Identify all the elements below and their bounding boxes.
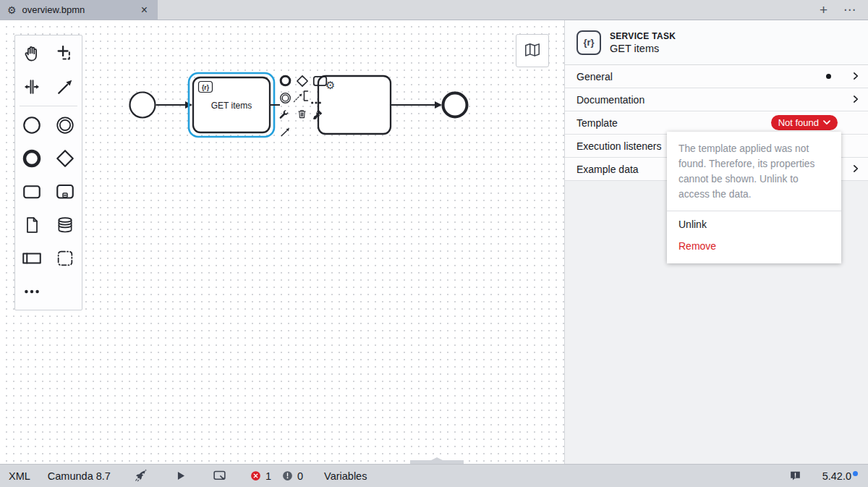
create-data-object-icon[interactable] bbox=[15, 208, 48, 242]
feedback-chat-icon[interactable] bbox=[780, 469, 811, 483]
open-in-play-icon[interactable] bbox=[203, 468, 236, 483]
space-tool-icon[interactable] bbox=[15, 70, 48, 103]
more-options-icon[interactable] bbox=[310, 95, 322, 108]
xml-toggle-button[interactable]: XML bbox=[0, 470, 39, 482]
error-count-value: 1 bbox=[265, 470, 271, 482]
start-instance-play-icon[interactable] bbox=[165, 469, 196, 483]
create-group-icon[interactable] bbox=[48, 242, 82, 275]
create-subprocess-icon[interactable] bbox=[48, 175, 82, 208]
error-count[interactable]: 1 bbox=[244, 470, 276, 482]
service-task-get-items[interactable]: {r} GET items bbox=[193, 77, 270, 132]
chevron-right-icon bbox=[853, 71, 859, 82]
warning-count-value: 0 bbox=[297, 470, 303, 482]
version-indicator[interactable]: 5.42.0 bbox=[811, 470, 868, 482]
section-label: General bbox=[576, 71, 826, 82]
element-name-label: GET items bbox=[610, 43, 676, 54]
trash-icon[interactable] bbox=[296, 107, 308, 124]
engine-version-button[interactable]: Camunda 8.7 bbox=[39, 470, 119, 482]
minimap-toggle-button[interactable] bbox=[516, 34, 549, 67]
warning-icon bbox=[281, 470, 294, 482]
sequence-flow-1[interactable] bbox=[156, 101, 193, 109]
tab-overview-bpmn[interactable]: ⚙ overview.bpmn × bbox=[0, 0, 158, 20]
edited-dot-indicator bbox=[826, 74, 831, 79]
create-intermediate-event-icon[interactable] bbox=[48, 109, 82, 142]
app-window: ⚙ overview.bpmn × + ⋯ {r} bbox=[0, 0, 868, 487]
palette-more-icon[interactable] bbox=[15, 275, 48, 308]
wrench-icon[interactable] bbox=[278, 109, 290, 124]
status-bar: XML Camunda 8.7 1 0 Variables 5.42.0 bbox=[0, 464, 868, 487]
sequence-flow-3[interactable] bbox=[391, 101, 442, 109]
create-data-store-icon[interactable] bbox=[48, 208, 82, 242]
create-gateway-icon[interactable] bbox=[48, 142, 82, 175]
context-pad: ⚙ bbox=[277, 74, 342, 143]
element-type-label: SERVICE TASK bbox=[610, 31, 676, 41]
tab-bar-actions: + ⋯ bbox=[820, 0, 868, 20]
create-task-icon[interactable] bbox=[15, 175, 48, 208]
global-connect-tool-icon[interactable] bbox=[48, 70, 82, 103]
tab-bar: ⚙ overview.bpmn × + ⋯ bbox=[0, 0, 868, 20]
template-not-found-badge[interactable]: Not found bbox=[771, 115, 838, 130]
section-documentation[interactable]: Documentation bbox=[565, 88, 868, 111]
create-end-event-icon[interactable] bbox=[15, 142, 48, 175]
new-tab-button[interactable]: + bbox=[820, 3, 827, 17]
task-label: GET items bbox=[211, 101, 252, 111]
lasso-tool-icon[interactable] bbox=[48, 37, 82, 70]
end-event-shape[interactable] bbox=[443, 93, 467, 117]
update-available-dot bbox=[853, 471, 858, 476]
rest-connector-marker: {r} bbox=[202, 84, 210, 91]
chevron-right-icon bbox=[853, 164, 859, 175]
tab-title: overview.bpmn bbox=[22, 4, 132, 15]
palette-separator bbox=[20, 106, 77, 106]
create-participant-icon[interactable] bbox=[15, 242, 48, 275]
tab-overflow-menu-button[interactable]: ⋯ bbox=[843, 4, 856, 16]
paint-brush-icon[interactable] bbox=[311, 108, 324, 124]
hand-tool-icon[interactable] bbox=[15, 37, 48, 70]
version-label: 5.42.0 bbox=[822, 470, 851, 482]
text-annotation-icon[interactable] bbox=[302, 89, 309, 106]
busy-cursor-gear-icon: ⚙ bbox=[326, 80, 335, 90]
properties-header: {r} SERVICE TASK GET items bbox=[565, 20, 868, 65]
chevron-down-icon bbox=[823, 120, 830, 125]
error-icon bbox=[250, 470, 262, 482]
unlink-menu-item[interactable]: Unlink bbox=[667, 211, 841, 233]
append-intermediate-event-icon[interactable] bbox=[278, 91, 292, 108]
badge-label: Not found bbox=[778, 117, 819, 128]
deploy-rocket-icon[interactable] bbox=[125, 468, 158, 483]
template-not-found-message: The template applied was not found. Ther… bbox=[667, 141, 841, 202]
section-label: Template bbox=[576, 117, 771, 129]
append-end-event-icon[interactable] bbox=[278, 74, 292, 90]
create-start-event-icon[interactable] bbox=[15, 109, 48, 142]
remove-menu-item[interactable]: Remove bbox=[667, 233, 841, 263]
close-icon[interactable]: × bbox=[138, 4, 150, 16]
chevron-right-icon bbox=[853, 94, 859, 106]
section-general[interactable]: General bbox=[565, 65, 868, 88]
palette bbox=[14, 35, 82, 310]
rest-connector-icon: {r} bbox=[576, 30, 601, 55]
map-icon bbox=[523, 41, 542, 60]
template-dropdown-popup: The template applied was not found. Ther… bbox=[667, 132, 841, 263]
section-label: Documentation bbox=[576, 94, 853, 106]
warning-count[interactable]: 0 bbox=[276, 470, 308, 482]
variables-toggle-button[interactable]: Variables bbox=[315, 470, 375, 482]
bpmn-canvas[interactable]: {r} GET items bbox=[0, 20, 564, 464]
start-event-shape[interactable] bbox=[130, 93, 156, 118]
connect-arrow-icon[interactable] bbox=[279, 126, 292, 141]
gear-icon: ⚙ bbox=[7, 5, 17, 15]
status-bar-right: 5.42.0 bbox=[780, 469, 868, 483]
